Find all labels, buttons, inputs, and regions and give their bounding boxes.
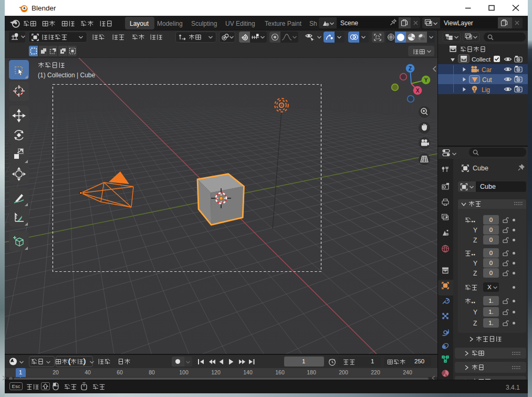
svg-text:60: 60 (117, 369, 123, 375)
svg-text:40: 40 (85, 369, 91, 375)
svg-text:240: 240 (403, 369, 412, 375)
svg-text:.: . (474, 249, 475, 256)
svg-text:.: . (472, 216, 473, 223)
svg-text:180: 180 (307, 369, 316, 375)
svg-text:220: 220 (371, 369, 380, 375)
svg-text:140: 140 (243, 369, 253, 375)
svg-text:200: 200 (339, 369, 348, 375)
svg-text:20: 20 (53, 369, 59, 375)
svg-text:100: 100 (179, 369, 189, 375)
svg-text:120: 120 (211, 369, 221, 375)
svg-text:.: . (472, 297, 473, 304)
svg-text:80: 80 (149, 369, 155, 375)
svg-text:.: . (472, 249, 473, 256)
svg-text:160: 160 (275, 369, 285, 375)
svg-text:.: . (474, 297, 475, 304)
svg-text:.: . (474, 216, 475, 223)
